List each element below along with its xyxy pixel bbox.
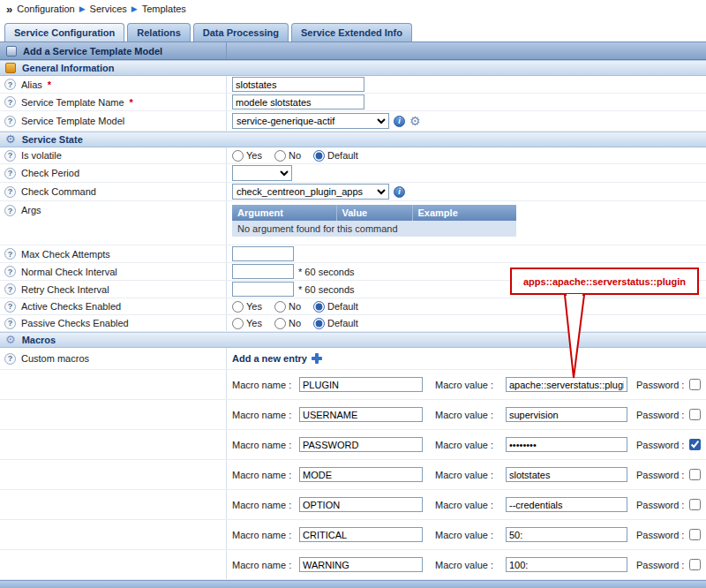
macro-value-input[interactable]	[506, 467, 627, 482]
macro-value-input[interactable]	[506, 557, 627, 572]
double-arrow-icon: »	[6, 4, 12, 15]
macro-password-checkbox[interactable]	[689, 379, 701, 390]
macro-name-label: Macro name :	[232, 470, 296, 480]
template-form-icon	[6, 46, 17, 57]
args-header-value: Value	[336, 205, 412, 221]
section-title: Macros	[22, 335, 56, 345]
gear-icon[interactable]: ⚙	[409, 115, 421, 127]
macro-value-input[interactable]	[506, 407, 627, 422]
retry-check-interval-input[interactable]	[232, 282, 294, 297]
args-header-argument: Argument	[232, 205, 336, 221]
macro-password-checkbox[interactable]	[689, 409, 701, 420]
info-icon[interactable]: i	[394, 186, 405, 198]
help-icon[interactable]: ?	[4, 353, 16, 365]
help-icon[interactable]: ?	[4, 283, 16, 295]
help-icon[interactable]: ?	[4, 79, 16, 90]
macro-row: Macro name : Macro value : Password :	[0, 490, 706, 520]
breadcrumb-services[interactable]: Services	[90, 4, 127, 14]
macro-name-input[interactable]	[299, 437, 423, 452]
macro-value-input[interactable]	[506, 497, 627, 512]
help-icon[interactable]: ?	[4, 205, 16, 216]
tab-data-processing[interactable]: Data Processing	[193, 23, 289, 41]
macro-name-input[interactable]	[299, 467, 423, 482]
passive-checks-label: Passive Checks Enabled	[21, 318, 129, 328]
volatile-yes-radio[interactable]	[232, 150, 244, 162]
check-command-row: ? Check Command check_centreon_plugin_ap…	[0, 183, 706, 201]
required-mark: *	[130, 97, 133, 108]
macro-name-input[interactable]	[299, 497, 423, 512]
custom-macros-label: Custom macros	[21, 353, 89, 364]
passive-yes-radio[interactable]	[232, 318, 244, 329]
interval-suffix: * 60 seconds	[298, 267, 355, 277]
breadcrumb-configuration[interactable]: Configuration	[17, 4, 74, 14]
section-title: General Information	[22, 63, 115, 73]
active-yes-radio[interactable]	[232, 301, 244, 313]
macro-password-checkbox[interactable]	[689, 499, 701, 510]
macro-name-input[interactable]	[299, 557, 423, 572]
alias-input[interactable]	[232, 77, 364, 92]
macro-value-label: Macro value :	[435, 500, 502, 510]
macro-password-label: Password :	[636, 410, 686, 420]
help-icon[interactable]: ?	[4, 301, 16, 313]
active-checks-label: Active Checks Enabled	[21, 301, 121, 312]
plus-icon[interactable]	[312, 353, 322, 364]
macro-name-input[interactable]	[299, 527, 423, 542]
custom-macros-row: ? Custom macros Add a new entry	[0, 348, 706, 370]
help-icon[interactable]: ?	[4, 96, 16, 108]
macro-password-checkbox[interactable]	[689, 559, 701, 570]
template-name-input[interactable]	[232, 94, 364, 109]
radio-label: No	[289, 150, 301, 161]
macro-password-checkbox[interactable]	[689, 529, 701, 540]
tab-bar: Service Configuration Relations Data Pro…	[0, 18, 706, 41]
help-icon[interactable]: ?	[4, 186, 16, 198]
check-period-select[interactable]	[232, 165, 292, 181]
help-icon[interactable]: ?	[4, 168, 16, 179]
add-entry-link[interactable]: Add a new entry	[232, 353, 307, 364]
macro-password-label: Password :	[636, 560, 686, 570]
macro-name-label: Macro name :	[232, 530, 296, 540]
tab-service-configuration[interactable]: Service Configuration	[4, 23, 124, 41]
args-empty-message: No argument found for this command	[232, 221, 516, 237]
check-command-label: Check Command	[21, 186, 96, 197]
macro-password-checkbox[interactable]	[689, 469, 701, 480]
macro-password-label: Password :	[636, 530, 686, 540]
template-model-select[interactable]: service-generique-actif	[232, 113, 389, 129]
volatile-default-radio[interactable]	[313, 150, 325, 162]
help-icon[interactable]: ?	[4, 248, 16, 260]
macro-name-label: Macro name :	[232, 380, 296, 390]
macro-name-input[interactable]	[299, 377, 423, 392]
help-icon[interactable]: ?	[4, 116, 16, 127]
volatile-no-radio[interactable]	[274, 150, 286, 162]
max-check-attempts-input[interactable]	[232, 246, 294, 261]
normal-check-interval-input[interactable]	[232, 264, 294, 279]
page: » Configuration ▶ Services ▶ Templates S…	[0, 0, 706, 588]
radio-label: Yes	[246, 301, 262, 312]
breadcrumb-templates[interactable]: Templates	[142, 4, 186, 14]
help-icon[interactable]: ?	[4, 266, 16, 277]
radio-label: Default	[327, 301, 358, 312]
template-model-label: Service Template Model	[21, 116, 124, 126]
check-command-select[interactable]: check_centreon_plugin_apps	[232, 184, 389, 200]
active-no-radio[interactable]	[274, 301, 286, 313]
passive-checks-row: ? Passive Checks Enabled Yes No Default	[0, 315, 706, 332]
help-icon[interactable]: ?	[4, 150, 16, 162]
radio-label: Default	[327, 318, 358, 328]
help-icon[interactable]: ?	[4, 318, 16, 329]
template-name-label: Service Template Name	[21, 97, 124, 108]
passive-no-radio[interactable]	[274, 318, 286, 329]
max-check-attempts-row: ? Max Check Attempts	[0, 245, 706, 263]
macro-value-input[interactable]	[506, 437, 627, 452]
clipboard-icon	[5, 63, 16, 73]
required-mark: *	[48, 79, 51, 90]
passive-default-radio[interactable]	[313, 318, 325, 329]
tab-relations[interactable]: Relations	[127, 23, 191, 41]
tab-service-extended-info[interactable]: Service Extended Info	[291, 23, 412, 41]
macro-name-input[interactable]	[299, 407, 423, 422]
macro-row: Macro name : Macro value : Password :	[0, 430, 706, 460]
active-default-radio[interactable]	[313, 301, 325, 313]
info-icon[interactable]: i	[394, 116, 405, 127]
macro-password-checkbox[interactable]	[689, 439, 701, 450]
macro-value-input[interactable]	[506, 527, 627, 542]
page-title: Add a Service Template Model	[23, 46, 162, 57]
form-header: Add a Service Template Model	[0, 41, 706, 60]
